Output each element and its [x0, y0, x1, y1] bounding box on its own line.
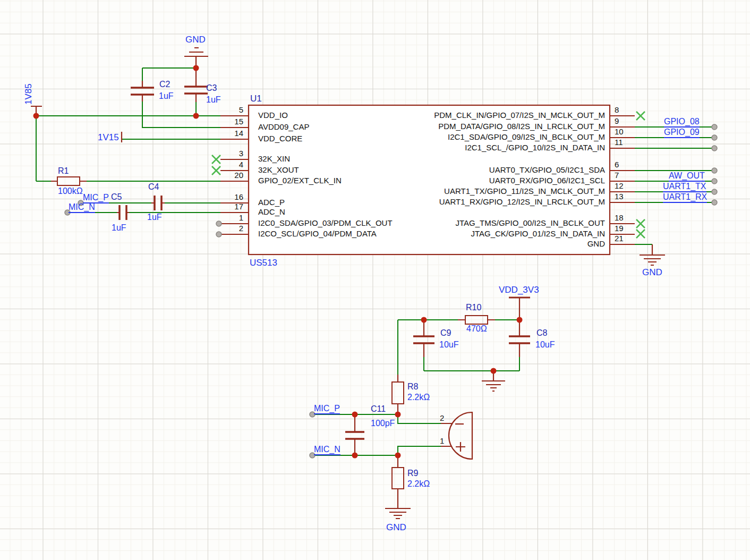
pin-name[interactable]: ADC_N: [258, 208, 285, 216]
pin-number[interactable]: 21: [615, 234, 624, 242]
r8-ref[interactable]: R8: [407, 383, 418, 391]
pin-name[interactable]: ADC_P: [258, 198, 285, 206]
pin-name[interactable]: JTAG_CK/GPIO_01/I2S_IN_DATA_IN: [471, 230, 605, 237]
pin-name[interactable]: UART1_RX/GPIO_12/I2S_IN_LRCLK_OUT_M: [439, 198, 605, 206]
resistor-r8[interactable]: [392, 375, 404, 414]
r10-value[interactable]: 470Ω: [466, 325, 487, 333]
r1-ref[interactable]: R1: [58, 167, 69, 175]
c2-value[interactable]: 1uF: [159, 92, 174, 100]
net-label-gnd-bottom[interactable]: GND: [386, 523, 406, 532]
pin-number[interactable]: 12: [615, 182, 624, 190]
pin-number[interactable]: 6: [615, 160, 619, 168]
capacitor-c5[interactable]: [117, 205, 129, 220]
net-label-uart1-tx[interactable]: UART1_TX: [663, 182, 706, 192]
pin-name[interactable]: PDM_DATA/GPIO_08/I2S_IN_LRCLK_OUT_M: [438, 122, 605, 130]
mic-pin-number-2: 2: [440, 414, 444, 422]
net-label-gnd-top[interactable]: GND: [185, 35, 206, 44]
pin-name[interactable]: I2C1_SDA/GPIO_09/I2S_IN_BCLK_OUT_M: [448, 133, 605, 141]
net-label-gpio-08[interactable]: GPIO_08: [664, 117, 700, 128]
r9-value[interactable]: 2.2kΩ: [407, 480, 430, 488]
resistor-r9[interactable]: [392, 455, 404, 508]
net-label-1v85[interactable]: 1V85: [24, 83, 33, 105]
pin-number[interactable]: 19: [615, 224, 624, 232]
pin-name[interactable]: VDD_CORE: [258, 134, 302, 142]
net-label-gnd-right[interactable]: GND: [642, 268, 662, 277]
pin-number[interactable]: 16: [221, 193, 243, 201]
pin-number[interactable]: 13: [615, 192, 624, 200]
net-label-aw-out[interactable]: AW_OUT: [669, 172, 705, 182]
r8-value[interactable]: 2.2kΩ: [407, 393, 430, 402]
resistor-r10[interactable]: [458, 316, 495, 324]
c4-ref[interactable]: C4: [148, 183, 159, 191]
r9-ref[interactable]: R9: [407, 469, 418, 478]
chip-part-number[interactable]: US513: [250, 258, 277, 267]
pin-number[interactable]: 10: [615, 128, 624, 135]
capacitor-c3[interactable]: [184, 68, 208, 102]
pin-name[interactable]: I2CO_SCL/GPIO_04/PDM_DATA: [258, 230, 377, 237]
c9-value[interactable]: 10uF: [439, 341, 458, 349]
r10-ref[interactable]: R10: [466, 303, 481, 312]
netflag-vdd3v3[interactable]: [509, 298, 530, 320]
pin-number[interactable]: 15: [221, 117, 243, 125]
gnd-symbol-top[interactable]: [184, 48, 208, 68]
pin-name[interactable]: AVDD09_CAP: [258, 123, 309, 131]
capacitor-c4[interactable]: [151, 196, 165, 210]
net-label-mic-n-top[interactable]: MIC_N: [69, 203, 95, 213]
pin-name[interactable]: GPIO_02/EXT_CLK_IN: [258, 176, 342, 184]
resistor-r1[interactable]: [36, 177, 220, 185]
capacitor-c8[interactable]: [509, 320, 530, 357]
c3-value[interactable]: 1uF: [206, 96, 221, 104]
pin-name[interactable]: VDD_IO: [258, 111, 288, 119]
pin-number[interactable]: 4: [221, 160, 243, 168]
c8-ref[interactable]: C8: [536, 329, 547, 337]
net-label-vdd-3v3[interactable]: VDD_3V3: [499, 285, 539, 294]
c5-ref[interactable]: C5: [111, 193, 122, 201]
pin-number[interactable]: 7: [615, 171, 619, 179]
gnd-symbol-right[interactable]: [640, 244, 665, 265]
capacitor-c9[interactable]: [413, 320, 434, 357]
net-label-mic-n-bottom[interactable]: MIC_N: [314, 445, 340, 455]
pin-name[interactable]: JTAG_TMS/GPIO_00/I2S_IN_BCLK_OUT: [456, 219, 605, 227]
pin-number[interactable]: 5: [221, 106, 243, 114]
pin-name[interactable]: UART0_TX/GPIO_05/I2C1_SDA: [489, 166, 605, 174]
pin-number[interactable]: 11: [615, 138, 623, 146]
pin-name[interactable]: GND: [587, 240, 605, 248]
pin-name[interactable]: I2C1_SCL_/GPIO_10/I2S_IN_DATA_IN: [465, 143, 605, 151]
pin-number[interactable]: 20: [221, 171, 243, 179]
pin-number[interactable]: 17: [221, 202, 243, 210]
net-label-uart1-rx[interactable]: UART1_RX: [663, 193, 707, 203]
pin-number[interactable]: 1: [221, 214, 243, 222]
microphone-symbol[interactable]: [441, 412, 472, 459]
c11-value[interactable]: 100pF: [371, 419, 395, 428]
c4-value[interactable]: 1uF: [147, 213, 162, 222]
pin-number[interactable]: 9: [615, 117, 619, 125]
pin-name[interactable]: I2C0_SDA/GPIO_03/PDM_CLK_OUT: [258, 219, 393, 227]
gnd-symbol-mid[interactable]: [482, 371, 505, 391]
pin-name[interactable]: PDM_CLK_IN/GPIO_07/I2S_IN_MCLK_OUT_M: [434, 111, 605, 119]
pin-number[interactable]: 18: [615, 214, 624, 222]
c2-ref[interactable]: C2: [159, 80, 170, 89]
net-label-1v15[interactable]: 1V15: [98, 133, 119, 142]
c3-ref[interactable]: C3: [206, 84, 217, 92]
pin-number[interactable]: 3: [221, 149, 243, 157]
net-label-mic-p-bottom[interactable]: MIC_P: [314, 404, 340, 414]
capacitor-c2[interactable]: [131, 81, 154, 101]
pin-name[interactable]: UART0_RX/GPIO_06/I2C1_SCL: [489, 176, 605, 184]
net-wires-top[interactable]: [36, 68, 220, 181]
c8-value[interactable]: 10uF: [535, 341, 555, 349]
c11-ref[interactable]: C11: [371, 405, 386, 413]
chip-designator[interactable]: U1: [250, 94, 262, 103]
capacitor-c11[interactable]: [345, 414, 364, 455]
r1-value[interactable]: 100kΩ: [58, 187, 83, 196]
mic-pin-number-1: 1: [440, 437, 444, 445]
pin-number[interactable]: 14: [221, 129, 243, 137]
pin-name[interactable]: UART1_TX/GPIO_11/I2S_IN_MCLK_OUT_M: [444, 187, 605, 195]
c5-value[interactable]: 1uF: [112, 224, 126, 232]
pin-name[interactable]: 32K_XOUT: [258, 166, 299, 174]
c9-ref[interactable]: C9: [440, 329, 451, 337]
pin-name[interactable]: 32K_XIN: [258, 155, 290, 163]
pin-number[interactable]: 8: [615, 106, 619, 114]
net-label-gpio-09[interactable]: GPIO_09: [664, 128, 700, 138]
pin-number[interactable]: 2: [221, 224, 243, 232]
gnd-symbol-bottom[interactable]: [385, 508, 411, 519]
